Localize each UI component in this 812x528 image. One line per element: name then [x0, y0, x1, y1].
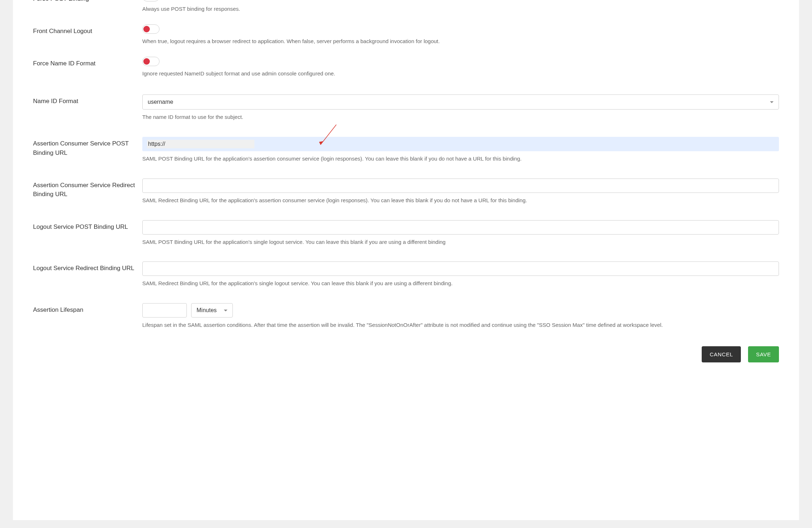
front-channel-logout-label: Front Channel Logout [33, 24, 142, 36]
acs-post-help: SAML POST Binding URL for the applicatio… [142, 155, 779, 163]
field-front-channel-logout: Front Channel Logout When true, logout r… [33, 18, 779, 50]
force-post-binding-label: Force POST Binding [33, 0, 142, 4]
assertion-lifespan-input[interactable] [142, 303, 187, 318]
logout-post-help: SAML POST Binding URL for the applicatio… [142, 238, 779, 246]
acs-redirect-input[interactable] [142, 179, 779, 193]
save-button[interactable]: SAVE [748, 346, 779, 362]
assertion-lifespan-unit-select[interactable]: Minutes [191, 303, 233, 318]
nameid-format-value: username [148, 99, 173, 105]
field-logout-redirect: Logout Service Redirect Binding URL SAML… [33, 251, 779, 292]
field-acs-post: Assertion Consumer Service POST Binding … [33, 126, 779, 168]
nameid-format-select[interactable]: username [142, 94, 779, 110]
field-force-nameid-format: Force Name ID Format Ignore requested Na… [33, 50, 779, 83]
force-nameid-format-help: Ignore requested NameID subject format a… [142, 70, 779, 78]
field-force-post-binding: Force POST Binding Always use POST bindi… [33, 0, 779, 18]
acs-redirect-help: SAML Redirect Binding URL for the applic… [142, 196, 779, 204]
assertion-lifespan-help: Lifespan set in the SAML assertion condi… [142, 321, 779, 329]
acs-post-value: https:// [147, 140, 254, 148]
force-nameid-format-toggle[interactable] [142, 57, 160, 66]
force-post-binding-toggle[interactable] [142, 0, 160, 1]
field-nameid-format: Name ID Format username The name ID form… [33, 82, 779, 126]
field-assertion-lifespan: Assertion Lifespan Minutes Lifespan set … [33, 292, 779, 334]
field-logout-post: Logout Service POST Binding URL SAML POS… [33, 209, 779, 251]
chevron-down-icon [224, 310, 227, 311]
acs-redirect-label: Assertion Consumer Service Redirect Bind… [33, 179, 142, 199]
form-footer: CANCEL SAVE [33, 346, 779, 362]
field-acs-redirect: Assertion Consumer Service Redirect Bind… [33, 168, 779, 209]
logout-redirect-label: Logout Service Redirect Binding URL [33, 261, 142, 273]
force-post-binding-help: Always use POST binding for responses. [142, 5, 779, 13]
front-channel-logout-help: When true, logout requires a browser red… [142, 37, 779, 45]
toggle-thumb [143, 26, 150, 32]
chevron-down-icon [770, 101, 774, 103]
logout-post-label: Logout Service POST Binding URL [33, 220, 142, 232]
toggle-thumb [143, 58, 150, 65]
nameid-format-label: Name ID Format [33, 94, 142, 106]
acs-post-label: Assertion Consumer Service POST Binding … [33, 137, 142, 157]
logout-redirect-help: SAML Redirect Binding URL for the applic… [142, 279, 779, 287]
assertion-lifespan-label: Assertion Lifespan [33, 303, 142, 315]
logout-redirect-input[interactable] [142, 261, 779, 276]
force-nameid-format-label: Force Name ID Format [33, 57, 142, 68]
logout-post-input[interactable] [142, 220, 779, 235]
nameid-format-help: The name ID format to use for the subjec… [142, 113, 779, 121]
assertion-lifespan-unit-value: Minutes [197, 307, 217, 314]
acs-post-input[interactable]: https:// [142, 137, 779, 151]
front-channel-logout-toggle[interactable] [142, 24, 160, 34]
cancel-button[interactable]: CANCEL [702, 346, 741, 362]
